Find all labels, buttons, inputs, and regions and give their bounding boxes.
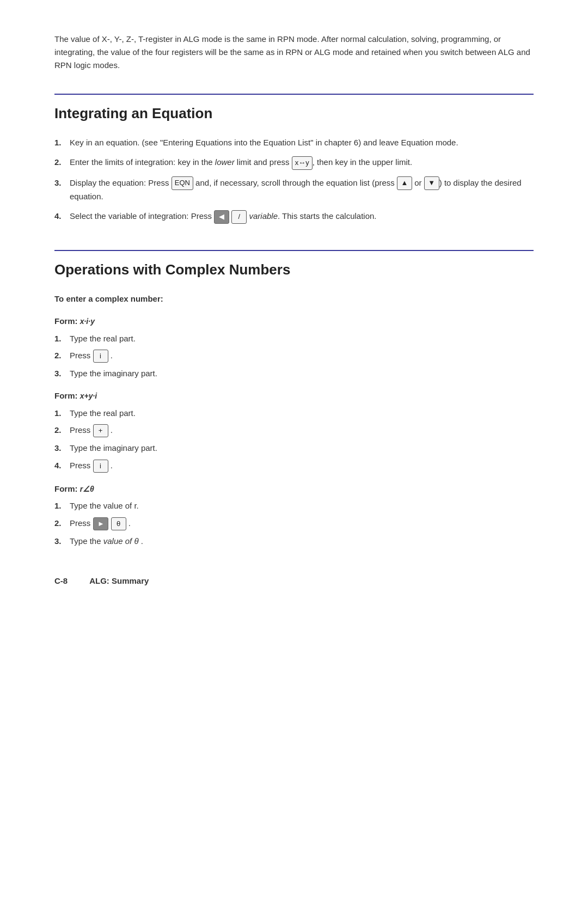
content-1a: Type the real part. xyxy=(70,332,136,345)
num-4b: 4. xyxy=(54,459,70,472)
key-shift-right: ► xyxy=(93,517,108,530)
num-3c: 3. xyxy=(54,535,70,547)
key-i-2: i xyxy=(93,460,108,473)
num-2b: 2. xyxy=(54,424,70,436)
form-xpyi-step-3: 3. Type the imaginary part. xyxy=(54,442,534,454)
form-rtheta-label: Form: r∠θ xyxy=(54,482,534,496)
num-2c: 2. xyxy=(54,517,70,529)
form-rtheta-step-1: 1. Type the value of r. xyxy=(54,499,534,512)
step-num-4: 4. xyxy=(54,210,70,223)
section-title-complex: Operations with Complex Numbers xyxy=(54,259,534,280)
italic-lower: lower xyxy=(215,157,235,167)
form-xpyi-steps: 1. Type the real part. 2. Press + . 3. T… xyxy=(54,407,534,473)
section-divider-2 xyxy=(54,250,534,251)
key-down: ▼ xyxy=(424,176,439,190)
step-content-3: Display the equation: Press EQN and, if … xyxy=(70,176,534,203)
content-4b: Press i . xyxy=(70,459,113,473)
num-3a: 3. xyxy=(54,367,70,380)
section-integrating: Integrating an Equation 1. Key in an equ… xyxy=(54,94,534,224)
num-2a: 2. xyxy=(54,349,70,362)
content-3b: Type the imaginary part. xyxy=(70,442,157,454)
content-3c: Type the value of θ . xyxy=(70,535,143,547)
num-3b: 3. xyxy=(54,442,70,454)
integrating-step-4: 4. Select the variable of integration: P… xyxy=(54,210,534,223)
step-num-2: 2. xyxy=(54,156,70,169)
section-complex: Operations with Complex Numbers To enter… xyxy=(54,250,534,547)
content-2b: Press + . xyxy=(70,424,113,437)
num-1c: 1. xyxy=(54,499,70,512)
step-num-3: 3. xyxy=(54,176,70,189)
italic-variable: variable xyxy=(249,211,278,221)
footer-section: ALG: Summary xyxy=(89,574,149,587)
form-xpyi-step-4: 4. Press i . xyxy=(54,459,534,473)
form-xiy-math: x·i·y xyxy=(80,317,95,326)
key-plus: + xyxy=(93,424,108,437)
form-xiy-step-3: 3. Type the imaginary part. xyxy=(54,367,534,380)
content-1c: Type the value of r. xyxy=(70,499,139,512)
integrating-step-3: 3. Display the equation: Press EQN and, … xyxy=(54,176,534,203)
section-title-integrating: Integrating an Equation xyxy=(54,102,534,124)
form-rtheta-math: r∠θ xyxy=(80,485,94,493)
form-rtheta-step-2: 2. Press► θ . xyxy=(54,517,534,530)
footer: C-8 ALG: Summary xyxy=(54,569,534,587)
integrating-steps: 1. Key in an equation. (see "Entering Eq… xyxy=(54,136,534,223)
form-xiy-label: Form: x·i·y xyxy=(54,315,534,328)
integrating-step-1: 1. Key in an equation. (see "Entering Eq… xyxy=(54,136,534,149)
key-eqn: EQN xyxy=(171,176,193,190)
key-shift-left: ◀ xyxy=(214,210,229,224)
italic-value-theta: value of θ xyxy=(103,536,139,546)
form-xiy-steps: 1. Type the real part. 2. Press i . 3. T… xyxy=(54,332,534,380)
key-i-1: i xyxy=(93,350,108,363)
content-1b: Type the real part. xyxy=(70,407,136,419)
form-rtheta-step-3: 3. Type the value of θ . xyxy=(54,535,534,547)
content-2c: Press► θ . xyxy=(70,517,131,530)
integrating-step-2: 2. Enter the limits of integration: key … xyxy=(54,156,534,169)
intro-text: The value of X-, Y-, Z-, T-register in A… xyxy=(54,33,534,72)
form-xpyi-step-2: 2. Press + . xyxy=(54,424,534,437)
num-1b: 1. xyxy=(54,407,70,419)
key-up: ▲ xyxy=(397,176,412,190)
step-content-4: Select the variable of integration: Pres… xyxy=(70,210,534,223)
form-rtheta-steps: 1. Type the value of r. 2. Press► θ . 3.… xyxy=(54,499,534,547)
section-divider-1 xyxy=(54,94,534,95)
complex-subsection-header: To enter a complex number: xyxy=(54,292,534,305)
key-slash: / xyxy=(231,210,247,224)
form-xpyi-step-1: 1. Type the real part. xyxy=(54,407,534,419)
form-xiy-step-1: 1. Type the real part. xyxy=(54,332,534,345)
step-content-2: Enter the limits of integration: key in … xyxy=(70,156,534,169)
footer-page: C-8 xyxy=(54,574,68,587)
form-xpyi-label: Form: x+y·i xyxy=(54,389,534,402)
form-xiy-step-2: 2. Press i . xyxy=(54,349,534,363)
step-content-1: Key in an equation. (see "Entering Equat… xyxy=(70,136,534,149)
content-2a: Press i . xyxy=(70,349,113,363)
form-xpyi-math: x+y·i xyxy=(80,392,97,400)
key-xswapy: x↔y xyxy=(292,156,313,170)
step-num-1: 1. xyxy=(54,136,70,149)
num-1a: 1. xyxy=(54,332,70,345)
key-theta: θ xyxy=(111,517,126,530)
content-3a: Type the imaginary part. xyxy=(70,367,157,380)
